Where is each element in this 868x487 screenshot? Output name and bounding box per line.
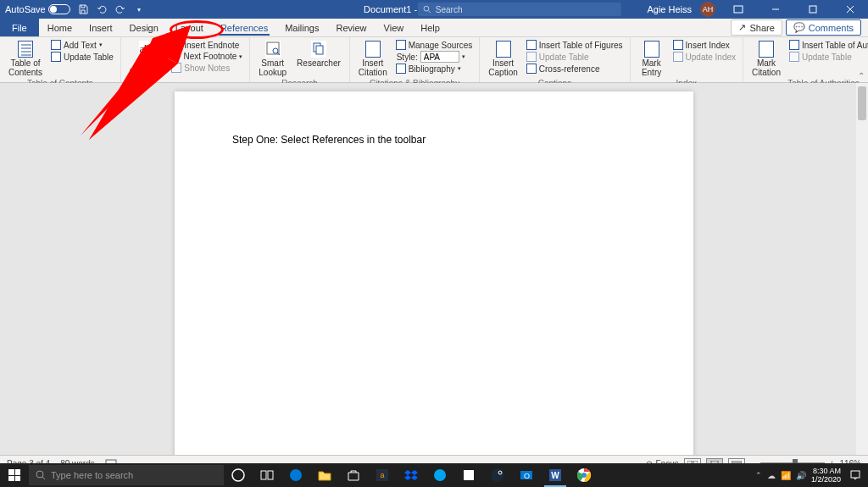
- tab-insert[interactable]: Insert: [81, 19, 121, 36]
- ribbon: Table of Contents Add Text▾ Update Table…: [0, 37, 868, 83]
- steam-button[interactable]: [483, 463, 512, 487]
- insert-footnote-button[interactable]: ab1 Insert Footnote: [126, 39, 166, 79]
- redo-icon[interactable]: [114, 3, 126, 15]
- researcher-button[interactable]: Researcher: [293, 39, 344, 69]
- search-box[interactable]: Search: [418, 3, 621, 16]
- insert-table-of-figures-button[interactable]: Insert Table of Figures: [525, 39, 625, 51]
- taskbar-search[interactable]: Type here to search: [29, 465, 224, 485]
- svg-line-30: [42, 477, 45, 479]
- add-text-button[interactable]: Add Text▾: [49, 39, 115, 51]
- volume-icon[interactable]: 🔊: [796, 471, 806, 480]
- mark-entry-icon: [644, 41, 659, 58]
- clock[interactable]: 8:30 AM 1/2/2020: [811, 467, 841, 484]
- authorities-icon: [789, 40, 799, 50]
- svg-line-1: [428, 11, 431, 14]
- edge-button[interactable]: [281, 463, 310, 487]
- tof-icon: [526, 40, 537, 50]
- document-page[interactable]: Step One: Select References in the toolb…: [175, 91, 693, 470]
- tab-home[interactable]: Home: [39, 19, 81, 36]
- insert-caption-button[interactable]: Insert Caption: [485, 39, 520, 79]
- store-button[interactable]: [339, 463, 368, 487]
- svg-text:W: W: [551, 471, 559, 480]
- insert-index-button[interactable]: Insert Index: [671, 39, 738, 51]
- document-area: Step One: Select References in the toolb…: [0, 83, 868, 470]
- svg-point-0: [424, 6, 429, 11]
- update-authorities-button[interactable]: Update Table: [787, 51, 868, 63]
- quick-access-toolbar: ▾: [77, 3, 145, 15]
- customize-qat-icon[interactable]: ▾: [133, 3, 145, 15]
- add-text-icon: [51, 40, 61, 50]
- svg-point-29: [36, 471, 43, 478]
- close-button[interactable]: [836, 0, 865, 19]
- citation-style-select[interactable]: [420, 51, 459, 63]
- ribbon-display-options[interactable]: [724, 0, 753, 19]
- show-notes-button[interactable]: Show Notes: [170, 62, 244, 74]
- chrome-button[interactable]: [570, 463, 598, 487]
- user-name[interactable]: Agie Heiss: [647, 4, 692, 14]
- collapse-ribbon-button[interactable]: ⌃: [858, 71, 865, 80]
- tab-design[interactable]: Design: [121, 19, 167, 36]
- next-footnote-button[interactable]: ab¹Next Footnote▾: [170, 51, 244, 62]
- vertical-scrollbar[interactable]: [856, 83, 868, 470]
- share-button[interactable]: ↗Share: [731, 19, 782, 36]
- tab-review[interactable]: Review: [328, 19, 376, 36]
- mark-citation-button[interactable]: Mark Citation: [748, 39, 784, 79]
- smart-lookup-icon: [265, 41, 281, 58]
- word-button[interactable]: W: [541, 463, 570, 487]
- tray-expand-button[interactable]: ⌃: [755, 471, 762, 479]
- smart-lookup-button[interactable]: Smart Lookup: [255, 39, 290, 79]
- app-button-1[interactable]: [426, 463, 454, 487]
- tab-layout[interactable]: Layout: [167, 19, 212, 36]
- minimize-button[interactable]: [761, 0, 790, 19]
- table-of-contents-button[interactable]: Table of Contents: [5, 39, 46, 79]
- manage-sources-button[interactable]: Manage Sources: [394, 39, 475, 51]
- user-avatar[interactable]: AH: [700, 2, 715, 17]
- scrollbar-thumb[interactable]: [858, 86, 866, 120]
- insert-citation-button[interactable]: Insert Citation: [355, 39, 391, 79]
- insert-endnote-button[interactable]: Insert Endnote: [170, 39, 244, 51]
- search-placeholder: Search: [436, 5, 463, 14]
- app-button-2[interactable]: [454, 463, 483, 487]
- tab-help[interactable]: Help: [412, 19, 448, 36]
- task-view-button[interactable]: [253, 463, 281, 487]
- notifications-button[interactable]: [846, 463, 865, 487]
- endnote-icon: [171, 40, 181, 50]
- update-table-captions-button[interactable]: Update Table: [525, 51, 625, 63]
- outlook-button[interactable]: O: [512, 463, 541, 487]
- svg-rect-2: [734, 6, 743, 13]
- dropdown-icon[interactable]: ▾: [462, 53, 465, 60]
- document-text[interactable]: Step One: Select References in the toolb…: [232, 134, 426, 146]
- taskbar: Type here to search a O W ⌃ ☁ 📶 🔊 8:30 A…: [0, 463, 868, 487]
- insert-authorities-button[interactable]: Insert Table of Authorities: [787, 39, 868, 51]
- undo-icon[interactable]: [96, 3, 108, 15]
- tab-file[interactable]: File: [0, 19, 39, 36]
- update-table-button[interactable]: Update Table: [49, 51, 115, 63]
- cortana-button[interactable]: [224, 463, 253, 487]
- tab-mailings[interactable]: Mailings: [276, 19, 327, 36]
- researcher-icon: [311, 41, 326, 58]
- svg-rect-15: [316, 46, 323, 54]
- dropbox-button[interactable]: [397, 463, 426, 487]
- autosave-toggle[interactable]: AutoSave: [5, 4, 70, 14]
- maximize-button[interactable]: [798, 0, 827, 19]
- tab-references[interactable]: References: [212, 19, 276, 36]
- amazon-button[interactable]: a: [368, 463, 397, 487]
- save-icon[interactable]: [77, 3, 89, 15]
- start-button[interactable]: [0, 463, 29, 487]
- file-explorer-button[interactable]: [310, 463, 339, 487]
- onedrive-icon[interactable]: ☁: [767, 471, 776, 480]
- update-index-button[interactable]: Update Index: [671, 51, 738, 63]
- group-captions: Insert Caption Insert Table of Figures U…: [480, 37, 630, 82]
- wifi-icon[interactable]: 📶: [781, 471, 791, 480]
- ribbon-tabs: File Home Insert Design Layout Reference…: [0, 19, 868, 37]
- comments-button[interactable]: 💬Comments: [786, 19, 861, 36]
- system-tray: ⌃ ☁ 📶 🔊 8:30 AM 1/2/2020: [755, 463, 868, 487]
- cross-reference-button[interactable]: Cross-reference: [525, 63, 625, 75]
- show-notes-icon: [171, 63, 181, 73]
- windows-icon: [8, 469, 20, 481]
- next-footnote-icon: ab¹: [171, 53, 181, 61]
- bibliography-button[interactable]: Bibliography▾: [394, 63, 475, 75]
- tab-view[interactable]: View: [376, 19, 413, 36]
- mark-entry-button[interactable]: Mark Entry: [636, 39, 668, 79]
- update-icon: [789, 52, 799, 62]
